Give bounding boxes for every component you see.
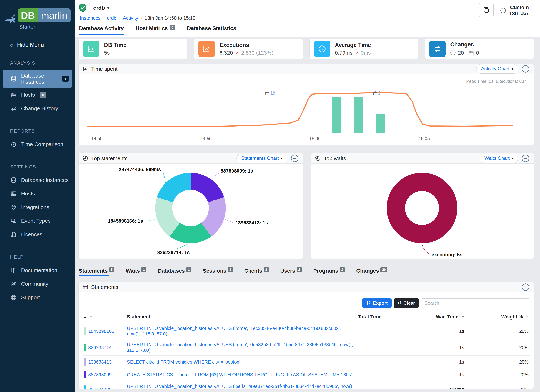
collapse-panel-icon[interactable] — [521, 154, 530, 163]
app-root: DB marlin Starter « Hide Menu ANALYSIS D… — [0, 0, 540, 392]
instance-selector[interactable]: crdb ▾ — [89, 3, 113, 13]
search-input[interactable] — [421, 298, 530, 308]
kpi-value: 6,320 — [220, 50, 233, 56]
column-header-id[interactable]: #↓≡ — [83, 312, 125, 323]
tab-database-statistics[interactable]: Database Statistics — [187, 24, 236, 36]
trend-up-icon: ↗ — [355, 50, 359, 56]
tab-clients[interactable]: Clients 2 — [244, 268, 269, 276]
kpi-title: Average Time — [335, 42, 371, 48]
export-button[interactable]: Export — [362, 298, 392, 308]
hide-menu-button[interactable]: « Hide Menu — [0, 37, 75, 53]
sidebar-item-support[interactable]: Support — [3, 291, 72, 304]
tab-database-activity[interactable]: Database Activity — [79, 24, 124, 36]
people-icon — [10, 280, 17, 288]
change-marker-2[interactable]: ⇄ 2 ↗ — [373, 90, 385, 96]
breadcrumb-crdb[interactable]: crdb — [107, 15, 117, 21]
statements-donut[interactable] — [155, 173, 226, 243]
statements-donut-chart[interactable]: 287474436: 999ms 887898099: 1s 139638413… — [79, 164, 303, 259]
x-tick: 15:05 — [419, 136, 430, 141]
column-header-weight[interactable]: Weight %↓≡ — [465, 312, 530, 323]
activity-chart[interactable]: Peak Time: 2s, Executions: 837 ⇄ 18 — [79, 74, 534, 145]
tab-users[interactable]: Users 2 — [280, 268, 302, 276]
statement-id-link[interactable]: 287474436 — [88, 387, 111, 389]
activity-chart-dropdown[interactable]: Activity Chart ▾ — [476, 64, 518, 74]
clock-icon — [10, 141, 17, 148]
sidebar-item-event-types[interactable]: Event Types — [3, 214, 72, 227]
tab-programs[interactable]: Programs 2 — [313, 268, 345, 276]
trend-up-icon: ↗ — [235, 50, 239, 56]
detail-tabs: Statements 5 Waits 1 Databases 1 Session… — [79, 268, 534, 276]
statement-id-link[interactable]: 1845898166 — [88, 328, 114, 334]
kpi-value: 0.79ms — [335, 50, 353, 56]
breadcrumb-separator: › — [141, 16, 142, 21]
sidebar-item-documentation[interactable]: Documentation — [3, 264, 72, 277]
statement-color-chip — [84, 358, 86, 366]
breadcrumb-separator: › — [119, 16, 120, 21]
active-tab-underline — [79, 275, 109, 276]
sidebar-item-community[interactable]: Community — [3, 278, 72, 290]
statement-id-link[interactable]: 139638413 — [88, 359, 111, 365]
export-icon — [366, 301, 371, 306]
sidebar-section-reports: REPORTS Time Comparison — [0, 121, 75, 157]
tab-label: Programs — [313, 268, 338, 274]
statement-color-chip — [84, 344, 86, 351]
statement-link[interactable]: SELECT city, id FROM vehicles WHERE city… — [127, 359, 240, 365]
weight-value: 20% — [465, 356, 530, 368]
column-header-wait-time[interactable]: Wait Time↑≡ — [417, 312, 465, 323]
tab-host-metrics[interactable]: Host Metrics 0 — [135, 24, 175, 36]
tab-label: Users — [280, 268, 295, 274]
sidebar-item-settings-database-instances[interactable]: Database Instances — [3, 174, 72, 187]
wait-time-value: 1s — [417, 356, 465, 368]
statement-id-link[interactable]: 887898099 — [88, 372, 111, 377]
tab-sessions[interactable]: Sessions 2 — [203, 268, 233, 276]
copy-link-button[interactable] — [479, 3, 494, 17]
column-header-statement[interactable]: Statement — [125, 312, 356, 323]
collapse-panel-icon[interactable] — [521, 65, 530, 73]
sidebar-section-analysis: ANALYSIS Database Instances 1 Hosts 0 ⇄ … — [0, 53, 75, 121]
tab-changes[interactable]: Changes 20 — [356, 268, 387, 276]
weight-value: 20% — [465, 339, 530, 356]
tab-databases[interactable]: Databases 1 — [158, 268, 191, 276]
sidebar-item-change-history[interactable]: ⇄ Change History — [3, 102, 72, 115]
waits-chart-dropdown[interactable]: Waits Chart ▾ — [480, 154, 518, 163]
clear-button[interactable]: ↺ Clear — [394, 298, 419, 308]
kpi-value: 5s — [104, 50, 110, 56]
waits-donut-chart[interactable]: executing: 5s — [311, 164, 534, 259]
sidebar-item-integrations[interactable]: Integrations — [3, 201, 72, 214]
statement-id-link[interactable]: 326238714 — [88, 345, 111, 350]
collapse-panel-icon[interactable] — [290, 154, 299, 163]
kpi-title: Executions — [220, 42, 273, 48]
collapse-panel-icon[interactable] — [521, 283, 530, 291]
sidebar-item-hosts[interactable]: Hosts 0 — [3, 89, 72, 101]
server-icon — [10, 190, 17, 197]
breadcrumb-instances[interactable]: Instances — [80, 15, 101, 21]
waits-donut[interactable] — [387, 173, 457, 243]
statement-link[interactable]: UPSERT INTO vehicle_location_histories V… — [127, 384, 353, 389]
statements-chart-dropdown[interactable]: Statements Chart ▾ — [236, 154, 287, 163]
tab-label: Sessions — [203, 268, 226, 274]
count-badge: 1 — [62, 76, 69, 82]
table-row: 139638413 SELECT city, id FROM vehicles … — [83, 356, 530, 368]
double-chevron-left-icon: « — [10, 41, 13, 48]
sidebar-item-label: Documentation — [21, 267, 57, 273]
chevron-down-icon: ▾ — [512, 67, 513, 71]
breadcrumb-activity[interactable]: Activity — [123, 15, 138, 21]
kpi-delta: 0ms — [361, 50, 371, 56]
sidebar-item-database-instances[interactable]: Database Instances 1 — [3, 70, 72, 88]
sidebar-item-licences[interactable]: Licences — [3, 228, 72, 241]
sidebar-item-time-comparison[interactable]: Time Comparison — [3, 138, 72, 151]
tab-label: Statements — [79, 268, 108, 274]
tab-statements[interactable]: Statements 5 — [79, 268, 114, 276]
tab-label: Host Metrics — [135, 25, 168, 31]
statement-link[interactable]: UPSERT INTO vehicle_location_histories V… — [127, 326, 341, 337]
statement-link[interactable]: CREATE STATISTICS __auto__ FROM [63] WIT… — [127, 372, 352, 377]
sidebar-item-settings-hosts[interactable]: Hosts — [3, 187, 72, 200]
time-range-button[interactable]: Custom 13th Jan — [496, 3, 534, 18]
table-row: 326238714 UPSERT INTO vehicle_location_h… — [83, 339, 530, 356]
tab-waits[interactable]: Waits 1 — [126, 268, 146, 276]
change-marker-1[interactable]: ⇄ 18 — [265, 90, 275, 96]
statement-link[interactable]: UPSERT INTO vehicle_location_histories V… — [127, 342, 353, 353]
column-header-total-time[interactable]: Total Time — [356, 312, 417, 323]
table-row: 887898099 CREATE STATISTICS __auto__ FRO… — [83, 368, 530, 381]
panel-title: Top statements — [91, 155, 127, 161]
